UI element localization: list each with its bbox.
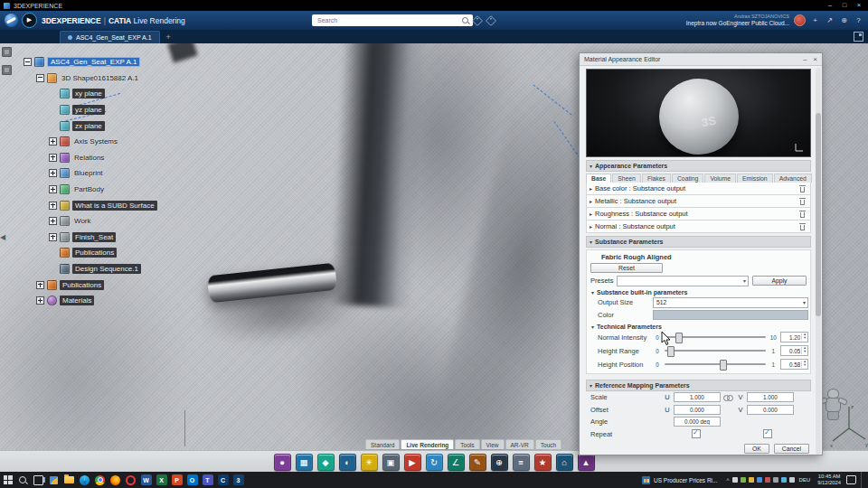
- show-desktop-button[interactable]: [861, 472, 864, 488]
- options-list-icon[interactable]: ≡: [513, 454, 530, 471]
- start-button[interactable]: [0, 473, 15, 487]
- presets-dropdown[interactable]: [617, 276, 749, 286]
- powerpoint-button[interactable]: P: [169, 473, 184, 487]
- file-explorer-button[interactable]: [61, 473, 77, 487]
- repeat-v-checkbox[interactable]: [763, 429, 772, 438]
- material-preview[interactable]: 3S: [586, 69, 811, 157]
- tab-standard[interactable]: Standard: [365, 439, 400, 449]
- tab-tools[interactable]: Tools: [455, 439, 479, 449]
- tab-volume[interactable]: Volume: [704, 174, 736, 183]
- material-browser-icon[interactable]: ●: [274, 454, 291, 471]
- catia-button[interactable]: C: [215, 473, 231, 487]
- tree-item[interactable]: Materials: [24, 293, 157, 309]
- tree-item[interactable]: PartBody: [24, 182, 157, 198]
- channel-row[interactable]: Normal : Substance output: [586, 221, 811, 233]
- battery-tray-icon[interactable]: [789, 477, 795, 483]
- repeat-u-checkbox[interactable]: [692, 429, 701, 438]
- scale-v-input[interactable]: [747, 392, 794, 402]
- global-search[interactable]: [312, 14, 473, 26]
- spinner-arrows-icon[interactable]: [801, 333, 807, 340]
- delete-icon[interactable]: [799, 184, 806, 192]
- measure-icon[interactable]: ∠: [448, 454, 465, 471]
- delete-icon[interactable]: [799, 210, 806, 218]
- reset-button[interactable]: Reset: [590, 263, 663, 273]
- collapse-icon[interactable]: [24, 58, 32, 66]
- expand-icon[interactable]: [49, 233, 57, 241]
- apply-button[interactable]: Apply: [752, 276, 807, 286]
- expand-icon[interactable]: [49, 217, 57, 225]
- tab-flakes[interactable]: Flakes: [642, 174, 671, 183]
- value-input[interactable]: [781, 334, 801, 341]
- gpu-tray-icon[interactable]: [765, 477, 770, 483]
- tab-base[interactable]: Base: [586, 174, 611, 183]
- angle-input[interactable]: [674, 417, 721, 427]
- widgets-button[interactable]: [46, 473, 61, 487]
- clock[interactable]: 10:45 AM 9/12/2024: [815, 474, 844, 486]
- spinner-arrows-icon[interactable]: [801, 361, 807, 367]
- expand-icon[interactable]: [36, 296, 44, 305]
- tab-touch[interactable]: Touch: [535, 439, 561, 449]
- section-appearance-parameters[interactable]: Appearance Parameters: [586, 160, 811, 172]
- word-button[interactable]: W: [138, 473, 154, 487]
- search-icon[interactable]: [462, 17, 469, 24]
- annotation-icon[interactable]: ✎: [469, 454, 486, 471]
- firefox-button[interactable]: [108, 473, 123, 487]
- network-tray-icon[interactable]: [781, 477, 787, 483]
- tree-item[interactable]: Blueprint: [24, 165, 157, 182]
- delete-icon[interactable]: [799, 197, 806, 205]
- new-tab-button[interactable]: +: [166, 32, 171, 43]
- tag-icon[interactable]: [472, 15, 483, 26]
- spinner-arrows-icon[interactable]: [801, 347, 807, 353]
- value-input[interactable]: [781, 348, 801, 354]
- minimize-button[interactable]: –: [823, 0, 837, 11]
- edge-button[interactable]: [77, 473, 92, 487]
- share-icon[interactable]: [825, 16, 835, 24]
- notification-center-icon[interactable]: [846, 475, 856, 484]
- tree-item[interactable]: Publications: [24, 277, 157, 293]
- 3ds-compass-logo[interactable]: [5, 14, 18, 27]
- excel-button[interactable]: X: [154, 473, 169, 487]
- slider-track[interactable]: [665, 336, 766, 338]
- task-view-button[interactable]: [31, 473, 46, 487]
- target-icon[interactable]: ⊕: [491, 454, 508, 471]
- side-widget-icon[interactable]: [2, 65, 12, 75]
- avatar[interactable]: [794, 14, 806, 26]
- expand-icon[interactable]: [49, 137, 57, 145]
- language-indicator[interactable]: DEU: [797, 477, 813, 483]
- channel-row[interactable]: Metallic : Substance output: [586, 195, 811, 208]
- apply-material-icon[interactable]: ◆: [317, 454, 335, 471]
- cancel-button[interactable]: Cancel: [774, 444, 809, 454]
- lighting-icon[interactable]: ☀: [361, 454, 378, 471]
- scale-u-input[interactable]: [674, 392, 721, 402]
- news-widget[interactable]: US Producer Prices Ri...: [637, 476, 722, 484]
- scrollbar-thumb[interactable]: [816, 113, 821, 316]
- update-tray-icon[interactable]: [749, 477, 754, 483]
- collapse-icon[interactable]: [36, 74, 44, 82]
- tree-item[interactable]: Work: [24, 213, 157, 230]
- subsection-builtin[interactable]: Substance built-in parameters: [591, 289, 808, 296]
- search-input[interactable]: [316, 16, 462, 24]
- slider-track[interactable]: [665, 350, 766, 352]
- add-app-icon[interactable]: [810, 16, 820, 24]
- opera-button[interactable]: [123, 473, 138, 487]
- delete-icon[interactable]: [799, 222, 806, 230]
- maximize-button[interactable]: □: [837, 0, 852, 11]
- tab-coating[interactable]: Coating: [672, 174, 703, 183]
- panel-minimize-icon[interactable]: –: [803, 54, 807, 65]
- value-input[interactable]: [781, 361, 801, 368]
- chrome-button[interactable]: [92, 473, 108, 487]
- turntable-icon[interactable]: ↻: [426, 454, 443, 471]
- output-size-dropdown[interactable]: 512: [653, 297, 808, 308]
- panel-close-icon[interactable]: ×: [813, 54, 817, 65]
- live-rendering-app-icon[interactable]: [22, 13, 37, 28]
- tray-expand-icon[interactable]: [726, 477, 729, 483]
- channel-row[interactable]: Base color : Substance output: [586, 183, 811, 195]
- tree-item[interactable]: What is a SUBD Surface: [24, 197, 157, 213]
- home-view-icon[interactable]: ⌂: [556, 454, 573, 471]
- side-widget-icon[interactable]: [2, 47, 12, 57]
- tree-item-root[interactable]: ASC4_Gen_Seat_EXP A.1: [24, 54, 157, 70]
- tree-item[interactable]: Finish_Seat: [24, 230, 157, 246]
- tree-item[interactable]: xy plane: [24, 86, 157, 102]
- tab-advanced[interactable]: Advanced: [774, 174, 812, 183]
- tab-emission[interactable]: Emission: [737, 174, 773, 183]
